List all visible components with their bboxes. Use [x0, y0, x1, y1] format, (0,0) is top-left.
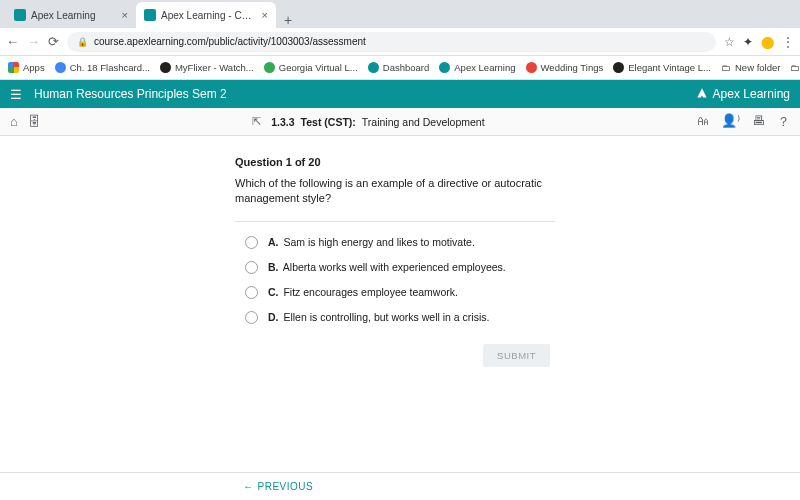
arrow-left-icon: ←	[243, 481, 254, 492]
answer-option[interactable]: A. Sam is high energy and likes to motiv…	[245, 236, 555, 249]
apex-logo-icon	[695, 87, 709, 101]
browser-tab-strip: Apex Learning × Apex Learning - Courses …	[0, 0, 800, 28]
footer-nav: ← PREVIOUS	[0, 472, 800, 500]
content-area: Question 1 of 20 Which of the following …	[0, 136, 800, 472]
course-title: Human Resources Principles Sem 2	[34, 87, 695, 101]
breadcrumb: ⇱ 1.3.3 Test (CST): Training and Develop…	[41, 115, 696, 128]
tab-title: Apex Learning - Courses	[161, 10, 257, 21]
brand-logo: Apex Learning	[695, 87, 790, 101]
question-number: Question 1 of 20	[235, 156, 555, 168]
question-container: Question 1 of 20 Which of the following …	[235, 156, 555, 367]
reload-button[interactable]: ⟳	[48, 34, 59, 49]
bookmark-label: Dashboard	[383, 62, 429, 73]
breadcrumb-type: Test (CST):	[301, 116, 356, 128]
bookmark-item[interactable]: 🗀New folder	[721, 62, 780, 73]
submit-button[interactable]: SUBMIT	[483, 344, 550, 367]
option-text: B. Alberta works well with experienced e…	[268, 261, 506, 273]
app-header: ☰ Human Resources Principles Sem 2 Apex …	[0, 80, 800, 108]
bookmark-item[interactable]: Apps	[8, 62, 45, 73]
bookmark-item[interactable]: Ch. 18 Flashcard...	[55, 62, 150, 73]
bookmark-item[interactable]: Elegant Vintage L...	[613, 62, 711, 73]
extensions-icon[interactable]: ✦	[743, 35, 753, 49]
breadcrumb-code: 1.3.3	[271, 116, 294, 128]
brand-text: Apex Learning	[713, 87, 790, 101]
previous-label: PREVIOUS	[258, 481, 314, 492]
bookmark-item[interactable]: MyFlixer - Watch...	[160, 62, 254, 73]
bookmark-item[interactable]: Apex Learning	[439, 62, 515, 73]
radio-button[interactable]	[245, 311, 258, 324]
bookmark-favicon	[368, 62, 379, 73]
radio-button[interactable]	[245, 286, 258, 299]
bookmark-label: MyFlixer - Watch...	[175, 62, 254, 73]
bookmark-favicon	[264, 62, 275, 73]
up-arrow-icon[interactable]: ⇱	[252, 115, 261, 128]
bookmark-favicon	[613, 62, 624, 73]
answer-option[interactable]: D. Ellen is controlling, but works well …	[245, 311, 555, 324]
help-icon[interactable]: ？	[777, 113, 790, 131]
address-bar: ← → ⟳ 🔒 course.apexlearning.com/public/a…	[0, 28, 800, 56]
bookmark-item[interactable]: Dashboard	[368, 62, 429, 73]
answer-option[interactable]: B. Alberta works well with experienced e…	[245, 261, 555, 274]
bookmark-favicon	[526, 62, 537, 73]
lock-icon: 🔒	[77, 37, 88, 47]
audio-icon[interactable]: 👤⁾	[721, 113, 740, 131]
option-text: A. Sam is high energy and likes to motiv…	[268, 236, 475, 248]
url-input[interactable]: 🔒 course.apexlearning.com/public/activit…	[67, 32, 716, 52]
tab-title: Apex Learning	[31, 10, 117, 21]
extension-icons: ☆ ✦ ⬤ ⋮	[724, 35, 794, 49]
home-icon[interactable]: ⌂	[10, 114, 18, 129]
browser-tab-active[interactable]: Apex Learning - Courses ×	[136, 2, 276, 28]
bookmark-label: Elegant Vintage L...	[628, 62, 711, 73]
bookmark-item[interactable]: Georgia Virtual L...	[264, 62, 358, 73]
translate-icon[interactable]: 🗛	[696, 113, 709, 131]
bulb-icon[interactable]: ⬤	[761, 35, 774, 49]
bookmark-label: Apps	[23, 62, 45, 73]
breadcrumb-title: Training and Development	[362, 116, 485, 128]
hamburger-icon[interactable]: ☰	[10, 87, 22, 102]
bookmark-label: Ch. 18 Flashcard...	[70, 62, 150, 73]
url-text: course.apexlearning.com/public/activity/…	[94, 36, 366, 47]
bookmark-item[interactable]: Wedding Tings	[526, 62, 604, 73]
bookmark-item[interactable]: 🗀Clothing style	[790, 62, 800, 73]
forward-button[interactable]: →	[27, 34, 40, 49]
close-icon[interactable]: ×	[122, 9, 128, 21]
print-icon[interactable]: 🖶	[752, 113, 765, 131]
answer-option[interactable]: C. Fitz encourages employee teamwork.	[245, 286, 555, 299]
question-text: Which of the following is an example of …	[235, 176, 555, 207]
browser-tab[interactable]: Apex Learning ×	[6, 2, 136, 28]
previous-button[interactable]: ← PREVIOUS	[243, 481, 313, 492]
favicon-icon	[144, 9, 156, 21]
bookmark-favicon	[160, 62, 171, 73]
option-text: D. Ellen is controlling, but works well …	[268, 311, 489, 323]
back-button[interactable]: ←	[6, 34, 19, 49]
divider	[235, 221, 555, 222]
briefcase-icon[interactable]: 🗄	[28, 114, 41, 129]
option-text: C. Fitz encourages employee teamwork.	[268, 286, 458, 298]
radio-button[interactable]	[245, 236, 258, 249]
radio-button[interactable]	[245, 261, 258, 274]
bookmark-favicon	[439, 62, 450, 73]
apps-icon	[8, 62, 19, 73]
bookmark-label: Apex Learning	[454, 62, 515, 73]
close-icon[interactable]: ×	[262, 9, 268, 21]
bookmark-label: New folder	[735, 62, 780, 73]
menu-icon[interactable]: ⋮	[782, 35, 794, 49]
bookmarks-bar: AppsCh. 18 Flashcard...MyFlixer - Watch.…	[0, 56, 800, 80]
folder-icon: 🗀	[790, 62, 800, 73]
favicon-icon	[14, 9, 26, 21]
options-list: A. Sam is high energy and likes to motiv…	[235, 236, 555, 324]
star-icon[interactable]: ☆	[724, 35, 735, 49]
folder-icon: 🗀	[721, 62, 731, 73]
sub-header: ⌂ 🗄 ⇱ 1.3.3 Test (CST): Training and Dev…	[0, 108, 800, 136]
new-tab-button[interactable]: +	[276, 12, 300, 28]
bookmark-favicon	[55, 62, 66, 73]
bookmark-label: Wedding Tings	[541, 62, 604, 73]
bookmark-label: Georgia Virtual L...	[279, 62, 358, 73]
